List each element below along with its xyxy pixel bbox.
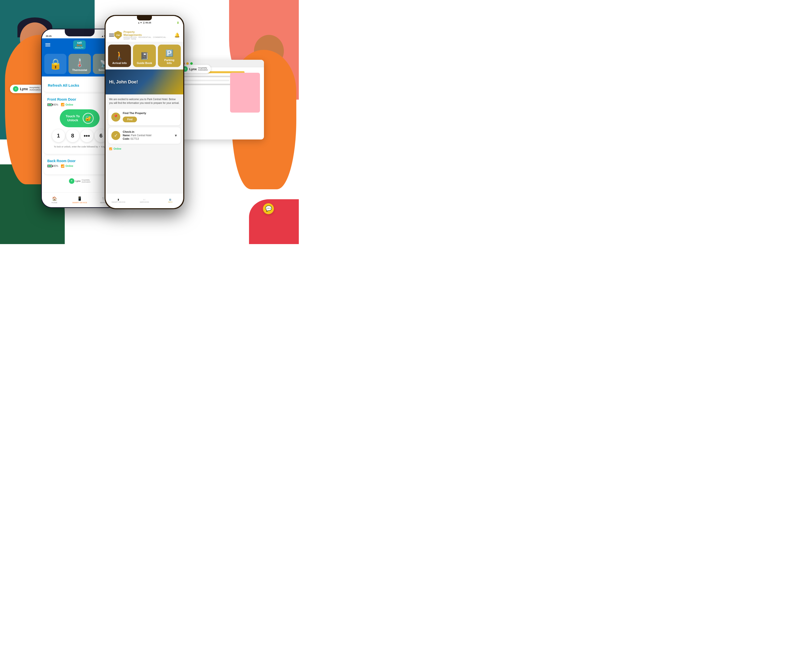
smart-device-nav-icon: 📱 xyxy=(117,199,120,201)
find-property-card: 📍 Find The Property Find xyxy=(108,109,181,126)
touch-to-unlock-button[interactable]: Touch ToUnlock 🔐 xyxy=(60,109,100,127)
key-1[interactable]: 1 xyxy=(52,129,65,142)
back-door-status-row: 80% 📶 Online xyxy=(47,164,112,168)
pmi-logo: PMI PropertyManagements ASSOCIATION · RE… xyxy=(114,30,174,40)
welcome-text: We are excited to welcome you to Park Ce… xyxy=(105,94,183,107)
arrival-icon: 🚶 xyxy=(115,51,124,60)
browser-window: ✦ Lynx HospitalityAutomation xyxy=(179,60,264,139)
hamburger-menu-left[interactable] xyxy=(45,43,50,46)
thermostat-label: Thermostat xyxy=(72,69,87,72)
checkin-code: Code: 017713 xyxy=(123,137,172,141)
pmi-subtitle: ASSOCIATION · RESIDENTIAL · COMMERCIAL ·… xyxy=(123,36,174,40)
lynx-tagline-right: HospitalityAutomation xyxy=(198,67,208,71)
info-nav-icon: ℹ️ xyxy=(169,199,171,201)
nav-home-label: HOME xyxy=(51,201,57,204)
services-nav-icon: 🍽️ xyxy=(143,199,145,201)
parking-icon: 🅿️ xyxy=(165,49,173,57)
hamburger-menu-right[interactable] xyxy=(109,34,114,37)
phone-left-notch xyxy=(65,29,95,36)
hero-banner: Hi, John Doe! xyxy=(105,69,183,94)
phone-right-tiles: 🚶 Arrival Info 📓 Guide Book 🅿️ ParkingIn… xyxy=(105,42,183,69)
find-property-icon: 📍 xyxy=(111,113,120,121)
back-door-online: 📶 Online xyxy=(61,164,73,168)
tile-guide-book[interactable]: 📓 Guide Book xyxy=(133,45,156,67)
key-8[interactable]: 8 xyxy=(66,129,79,142)
bell-icon-right[interactable]: 🔔 xyxy=(174,32,180,38)
pmi-shield-wrapper: PMI xyxy=(114,30,122,40)
arrival-label: Arrival Info xyxy=(112,62,127,64)
greeting-text: Hi, John Doe! xyxy=(109,80,138,85)
front-door-battery: 80% xyxy=(47,103,58,106)
tile-thermostat[interactable]: 🌡️ Thermostat xyxy=(69,54,91,74)
browser-content xyxy=(179,67,264,139)
phone-right-header: PMI PropertyManagements ASSOCIATION · RE… xyxy=(105,29,183,42)
unlock-button-text: Touch ToUnlock xyxy=(66,114,80,122)
back-door-status-text: Online xyxy=(65,164,73,168)
checkin-name: Name: Park Central Hotel xyxy=(123,134,172,137)
nav-home[interactable]: 🏠 HOME xyxy=(42,193,67,207)
nav-smart-device-left[interactable]: 📱 SMART DEVICE xyxy=(67,193,92,207)
browser-bar-thin xyxy=(183,80,229,81)
lynx-brand-right: Lynx xyxy=(189,67,197,71)
lynx-badge-left: ✦ Lynx HospitalityAutomation xyxy=(10,85,43,93)
status-time-left: 05:25 xyxy=(46,35,51,37)
lynx-tagline-left: HospitalityAutomation xyxy=(29,87,40,91)
lynx-badge-phone: ✦ Lynx HospitalityAutomation xyxy=(67,177,93,185)
key-dots[interactable]: ••• xyxy=(80,129,93,142)
lynx-name-phone: Lynx xyxy=(75,180,81,182)
wifi-online-icon: 📶 xyxy=(109,147,112,150)
lynx-subtitle-phone: HospitalityAutomation xyxy=(82,179,90,183)
refresh-text: Refresh All Locks xyxy=(48,83,79,88)
nav-smart-device-label-right: SMART DEVICE xyxy=(112,201,126,203)
status-icons-right: ▲▼ ||| 05:25 xyxy=(138,21,151,24)
checkin-name-label: Name: xyxy=(123,134,131,137)
parking-label: ParkingInfo xyxy=(164,59,174,64)
find-property-content: Find The Property Find xyxy=(123,112,177,122)
online-status-text: Online xyxy=(113,147,121,150)
front-door-status-text: Online xyxy=(65,103,73,106)
browser-dot-yellow[interactable] xyxy=(186,62,189,65)
lock-circle-icon: 🔐 xyxy=(83,113,94,124)
find-button[interactable]: Find xyxy=(123,117,137,122)
svg-text:PMI: PMI xyxy=(116,34,120,36)
front-door-online: 📶 Online xyxy=(61,103,73,106)
time-right: 05:25 xyxy=(145,21,151,24)
lynx-brand-left: Lynx xyxy=(20,87,28,91)
online-status-bar: 📶 Online xyxy=(105,145,183,152)
nav-info-label: INFO xyxy=(168,201,172,203)
pmi-shield-icon: PMI xyxy=(114,30,122,40)
browser-dot-green[interactable] xyxy=(190,62,193,65)
battery-right: 🔋 xyxy=(169,21,179,24)
checkin-code-value: 017713 xyxy=(131,137,139,140)
phone-right-nav: 📱 SMART DEVICE 🍽️ SERVICES ℹ️ INFO xyxy=(105,193,183,208)
lynx-logo-left: ✦ xyxy=(13,86,18,92)
pmi-brand-text: PropertyManagements ASSOCIATION · RESIDE… xyxy=(123,30,174,40)
nav-smart-device-right[interactable]: 📱 SMART DEVICE xyxy=(105,193,131,208)
tile-arrival[interactable]: 🚶 Arrival Info xyxy=(108,45,131,67)
phone-right-notch xyxy=(137,16,152,21)
checkin-card: ✓ Check-in Name: Park Central Hotel Code… xyxy=(108,127,181,144)
chat-bubble[interactable]: 💬 xyxy=(263,203,274,214)
back-door-battery: 80% xyxy=(47,164,58,168)
salt-text: salt xyxy=(75,41,83,44)
nav-services-label-right: SERVICES xyxy=(140,201,149,203)
front-door-title: Front Room Door xyxy=(47,97,112,101)
chevron-down-icon[interactable]: ▼ xyxy=(174,134,177,137)
thermostat-icon: 🌡️ xyxy=(75,58,85,67)
browser-pink-block xyxy=(230,73,260,113)
back-door-title: Back Room Door xyxy=(47,159,112,163)
home-icon: 🏠 xyxy=(52,196,57,201)
tile-parking-info[interactable]: 🅿️ ParkingInfo xyxy=(158,45,181,67)
front-door-battery-pct: 80% xyxy=(53,103,58,106)
back-door-battery-pct: 80% xyxy=(53,164,58,168)
bold-text: Bold xyxy=(75,44,83,47)
unlock-button-area: Touch ToUnlock 🔐 xyxy=(47,109,112,127)
tile-lock[interactable]: 🔒 xyxy=(44,54,67,74)
realty-text: REALTY xyxy=(75,47,83,49)
phone-right: ▲▼ ||| 05:25 🔋 PMI xyxy=(105,15,184,209)
nav-services-right[interactable]: 🍽️ SERVICES xyxy=(131,193,157,208)
find-property-title: Find The Property xyxy=(123,112,177,115)
signal-bars: ||| xyxy=(143,21,145,24)
nav-info-right[interactable]: ℹ️ INFO xyxy=(157,193,183,208)
wifi-icon-front: 📶 xyxy=(61,103,64,106)
